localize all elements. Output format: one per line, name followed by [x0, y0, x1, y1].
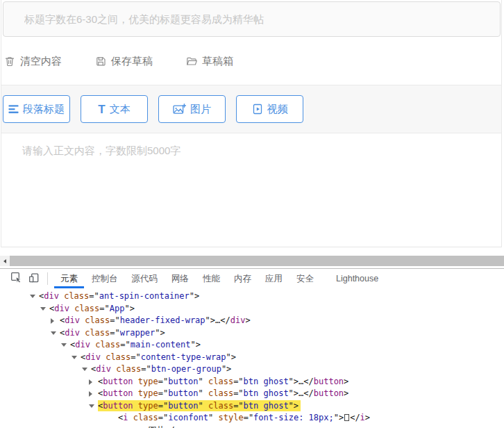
clear-content-label: 清空内容 — [20, 55, 62, 68]
dom-tree-row[interactable]: <div class="App"> — [0, 303, 504, 315]
device-toolbar-icon — [28, 272, 40, 286]
scrollbar-thumb[interactable] — [10, 256, 504, 266]
tab-security[interactable]: 安全 — [289, 269, 321, 288]
toolbar-separator — [47, 272, 48, 285]
dom-tree-row[interactable]: <span>图片</span> — [0, 425, 504, 428]
tab-console[interactable]: 控制台 — [85, 269, 125, 288]
devtools-panel: 元素 控制台 源代码 网络 性能 内存 应用 安全 Lighthouse <di… — [0, 268, 504, 428]
file-toolbar: 清空内容 保存草稿 草 — [1, 38, 501, 85]
drafts-folder-icon — [186, 56, 197, 67]
tab-lighthouse[interactable]: Lighthouse — [329, 269, 385, 288]
image-icon — [173, 104, 186, 115]
video-icon — [252, 104, 263, 115]
dom-tree-row[interactable]: <div class="header-fixed-wrap">…</div> — [0, 315, 504, 327]
save-draft-button[interactable]: 保存草稿 — [95, 55, 153, 68]
collapse-arrow-icon[interactable] — [89, 404, 94, 408]
tab-network[interactable]: 网络 — [165, 269, 196, 288]
tab-elements[interactable]: 元素 — [53, 269, 85, 288]
drafts-button[interactable]: 草稿箱 — [186, 55, 233, 68]
insert-toolbar: 段落标题 T 文本 图片 — [1, 85, 501, 133]
devtools-toolbar: 元素 控制台 源代码 网络 性能 内存 应用 安全 Lighthouse — [0, 269, 504, 288]
dom-tree-row[interactable]: <div class="main-content"> — [0, 339, 504, 352]
collapse-arrow-icon[interactable] — [30, 295, 35, 298]
trash-icon — [4, 56, 15, 67]
tab-memory[interactable]: 内存 — [227, 269, 258, 288]
save-draft-label: 保存草稿 — [111, 55, 153, 68]
inspect-cursor-icon — [10, 272, 22, 286]
missing-glyph-box — [344, 414, 349, 421]
tab-performance[interactable]: 性能 — [196, 269, 227, 288]
drafts-label: 草稿箱 — [202, 55, 233, 68]
dom-tree-row[interactable]: <button type="button" class="btn ghost">… — [0, 376, 504, 388]
image-button[interactable]: 图片 — [158, 95, 226, 123]
text-label: 文本 — [110, 103, 131, 116]
scrollbar-left-arrow[interactable] — [0, 256, 10, 266]
post-editor-panel: 清空内容 保存草稿 草 — [1, 0, 502, 247]
dom-tree-row[interactable]: <div class="btn-oper-group"> — [0, 363, 504, 376]
horizontal-scrollbar[interactable] — [0, 256, 504, 266]
text-button[interactable]: T 文本 — [81, 95, 148, 123]
collapse-arrow-icon[interactable] — [40, 307, 46, 311]
expand-arrow-icon[interactable] — [89, 391, 92, 397]
image-label: 图片 — [190, 103, 211, 116]
paragraph-title-label: 段落标题 — [23, 103, 65, 116]
video-label: 视频 — [267, 103, 288, 116]
tab-sources[interactable]: 源代码 — [125, 269, 165, 288]
clear-content-button[interactable]: 清空内容 — [4, 55, 62, 68]
collapse-arrow-icon[interactable] — [61, 343, 67, 347]
paragraph-lines-icon — [8, 104, 19, 115]
dom-tree-row[interactable]: <i class="iconfont" style="font-size: 18… — [0, 412, 504, 425]
screen: 清空内容 保存草稿 草 — [0, 0, 504, 428]
collapse-arrow-icon[interactable] — [51, 331, 56, 335]
tab-application[interactable]: 应用 — [258, 269, 289, 288]
dom-tree: <div class="ant-spin-container"><div cla… — [0, 288, 504, 428]
left-arrow-icon — [3, 259, 6, 263]
paragraph-title-button[interactable]: 段落标题 — [3, 95, 70, 123]
text-T-icon: T — [98, 104, 105, 115]
save-icon — [95, 56, 106, 67]
body-textarea[interactable] — [1, 133, 501, 247]
inspect-element-button[interactable] — [7, 269, 25, 288]
expand-arrow-icon[interactable] — [89, 379, 92, 385]
dom-tree-row[interactable]: <div class="wrapper"> — [0, 327, 504, 340]
dom-tree-row[interactable]: <div class="content-type-wrap"> — [0, 352, 504, 364]
expand-arrow-icon[interactable] — [51, 318, 54, 324]
collapse-arrow-icon[interactable] — [72, 356, 77, 359]
video-button[interactable]: 视频 — [236, 95, 303, 123]
device-toolbar-button[interactable] — [25, 269, 43, 288]
title-input[interactable] — [3, 1, 501, 37]
dom-tree-row[interactable]: <div class="ant-spin-container"> — [0, 290, 504, 303]
dom-tree-row[interactable]: <button type="button" class="btn ghost">… — [0, 388, 504, 400]
dom-tree-row[interactable]: <button type="button" class="btn ghost"> — [0, 400, 504, 413]
collapse-arrow-icon[interactable] — [82, 368, 87, 371]
